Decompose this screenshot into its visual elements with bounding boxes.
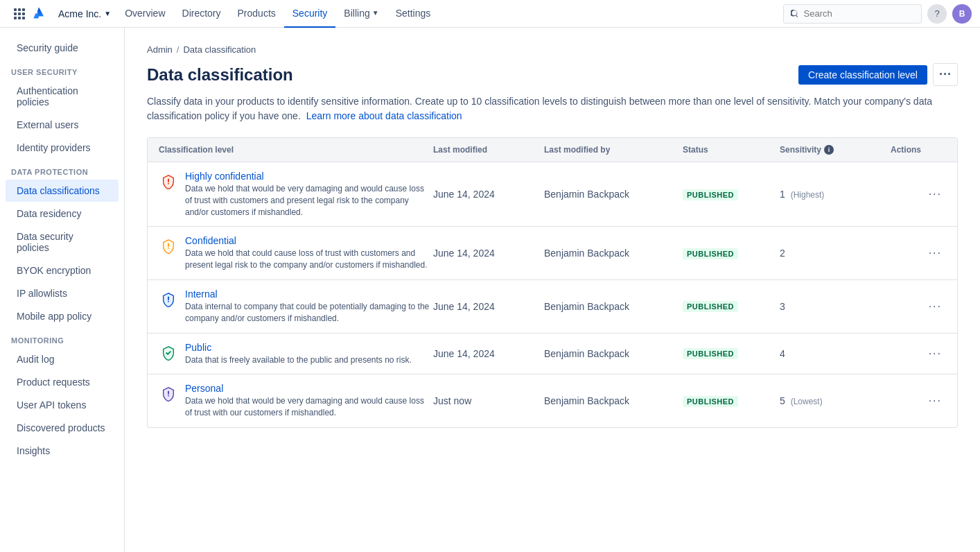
svg-point-12 — [168, 395, 169, 397]
sidebar-item-product-requests[interactable]: Product requests — [6, 371, 119, 393]
sidebar-section-monitoring: MONITORING — [0, 328, 124, 347]
sensitivity-cell: 2 — [780, 248, 891, 259]
status-badge: PUBLISHED — [683, 348, 738, 359]
classification-name[interactable]: Personal — [185, 383, 433, 394]
nav-security[interactable]: Security — [284, 0, 336, 28]
page-title: Data classification — [147, 65, 293, 85]
nav-billing[interactable]: Billing ▼ — [335, 0, 387, 28]
more-options-button[interactable]: ··· — [933, 63, 958, 86]
sensitivity-cell: 3 — [780, 301, 891, 312]
classification-name[interactable]: Confidential — [185, 235, 433, 246]
sidebar: Security guide USER SECURITY Authenticat… — [0, 28, 125, 552]
table-row: Internal Data internal to company that c… — [148, 280, 957, 334]
nav-directory[interactable]: Directory — [174, 0, 229, 28]
row-actions-button[interactable]: ··· — [925, 345, 946, 363]
help-icon[interactable]: ? — [927, 4, 947, 24]
status-cell: PUBLISHED — [683, 347, 780, 359]
svg-point-10 — [168, 248, 169, 249]
nav-right: ? B — [783, 4, 972, 24]
col-status: Status — [683, 145, 780, 155]
learn-more-link[interactable]: Learn more about data classification — [306, 110, 462, 121]
apps-menu-icon[interactable] — [8, 3, 30, 25]
sidebar-item-security-guide[interactable]: Security guide — [6, 37, 119, 59]
sensitivity-cell: 1 (Highest) — [780, 189, 891, 200]
last-modified-by: Benjamin Backpack — [544, 189, 683, 200]
svg-rect-6 — [14, 17, 17, 19]
create-classification-button[interactable]: Create classification level — [798, 65, 927, 85]
last-modified-by: Benjamin Backpack — [544, 248, 683, 259]
svg-rect-7 — [18, 17, 21, 19]
classification-icon-internal — [159, 290, 178, 309]
classification-cell: Internal Data internal to company that c… — [159, 288, 433, 325]
classification-info: Personal Data we hold that would be very… — [185, 383, 433, 419]
table-row: Public Data that is freely available to … — [148, 334, 957, 375]
svg-rect-8 — [22, 17, 25, 19]
actions-cell: ··· — [891, 345, 946, 363]
classification-name[interactable]: Highly confidential — [185, 171, 433, 182]
col-actions: Actions — [891, 145, 946, 155]
classification-cell: Public Data that is freely available to … — [159, 342, 433, 366]
sidebar-item-byok-encryption[interactable]: BYOK encryption — [6, 259, 119, 282]
status-cell: PUBLISHED — [683, 300, 780, 312]
sidebar-item-data-security-policies[interactable]: Data security policies — [6, 225, 119, 259]
user-avatar[interactable]: B — [952, 4, 972, 24]
atlassian-logo[interactable] — [30, 6, 47, 22]
nav-settings[interactable]: Settings — [387, 0, 439, 28]
col-sensitivity: Sensitivity i — [780, 145, 891, 155]
sidebar-item-external-users[interactable]: External users — [6, 114, 119, 136]
row-actions-button[interactable]: ··· — [925, 185, 946, 203]
org-switcher[interactable]: Acme Inc. ▼ — [53, 8, 116, 19]
breadcrumb-current: Data classification — [183, 44, 256, 55]
main-layout: Security guide USER SECURITY Authenticat… — [0, 28, 980, 552]
svg-rect-1 — [18, 8, 21, 11]
sensitivity-info-icon[interactable]: i — [824, 145, 834, 155]
sidebar-item-user-api-tokens[interactable]: User API tokens — [6, 394, 119, 416]
page-description: Classify data in your products to identi… — [147, 94, 958, 123]
table-row: Confidential Data we hold that could cau… — [148, 227, 957, 280]
classification-cell: Highly confidential Data we hold that wo… — [159, 171, 433, 218]
sidebar-item-data-classifications[interactable]: Data classifications — [6, 180, 119, 202]
classification-desc: Data we hold that would be very damaging… — [185, 395, 433, 419]
page-header: Data classification Create classificatio… — [147, 63, 958, 86]
classification-name[interactable]: Internal — [185, 288, 433, 300]
col-last-modified: Last modified — [433, 145, 544, 155]
header-actions: Create classification level ··· — [798, 63, 958, 86]
classifications-table: Classification level Last modified Last … — [147, 137, 958, 428]
sidebar-item-identity-providers[interactable]: Identity providers — [6, 137, 119, 159]
classification-info: Confidential Data we hold that could cau… — [185, 235, 433, 271]
sidebar-item-insights[interactable]: Insights — [6, 440, 119, 462]
classification-desc: Data that is freely available to the pub… — [185, 354, 412, 366]
sidebar-item-discovered-products[interactable]: Discovered products — [6, 417, 119, 439]
classification-name[interactable]: Public — [185, 342, 412, 353]
row-actions-button[interactable]: ··· — [925, 297, 946, 316]
classification-info: Public Data that is freely available to … — [185, 342, 412, 366]
status-cell: PUBLISHED — [683, 189, 780, 200]
sensitivity-cell: 4 — [780, 348, 891, 359]
classification-info: Internal Data internal to company that c… — [185, 288, 433, 325]
status-badge: PUBLISHED — [683, 248, 738, 259]
status-cell: PUBLISHED — [683, 248, 780, 259]
sidebar-item-mobile-app-policy[interactable]: Mobile app policy — [6, 305, 119, 327]
row-actions-button[interactable]: ··· — [925, 244, 946, 262]
sensitivity-cell: 5 (Lowest) — [780, 395, 891, 406]
search-input[interactable] — [804, 8, 914, 19]
nav-overview[interactable]: Overview — [116, 0, 173, 28]
actions-cell: ··· — [891, 392, 946, 410]
sidebar-item-authentication-policies[interactable]: Authentication policies — [6, 80, 119, 113]
sidebar-item-ip-allowlists[interactable]: IP allowlists — [6, 282, 119, 304]
breadcrumb-admin[interactable]: Admin — [147, 44, 173, 55]
svg-rect-2 — [22, 8, 25, 11]
col-classification-level: Classification level — [159, 145, 433, 155]
more-options-icon: ··· — [939, 67, 952, 82]
status-cell: PUBLISHED — [683, 395, 780, 407]
row-actions-button[interactable]: ··· — [925, 392, 946, 410]
sidebar-item-data-residency[interactable]: Data residency — [6, 202, 119, 225]
nav-products[interactable]: Products — [229, 0, 284, 28]
sidebar-section-user-security: USER SECURITY — [0, 60, 124, 79]
sidebar-item-audit-log[interactable]: Audit log — [6, 348, 119, 370]
last-modified-date: June 14, 2024 — [433, 301, 544, 312]
classification-icon-highly-confidential — [159, 172, 178, 191]
table-row: Highly confidential Data we hold that wo… — [148, 162, 957, 227]
last-modified-by: Benjamin Backpack — [544, 301, 683, 312]
search-box[interactable] — [783, 4, 922, 24]
